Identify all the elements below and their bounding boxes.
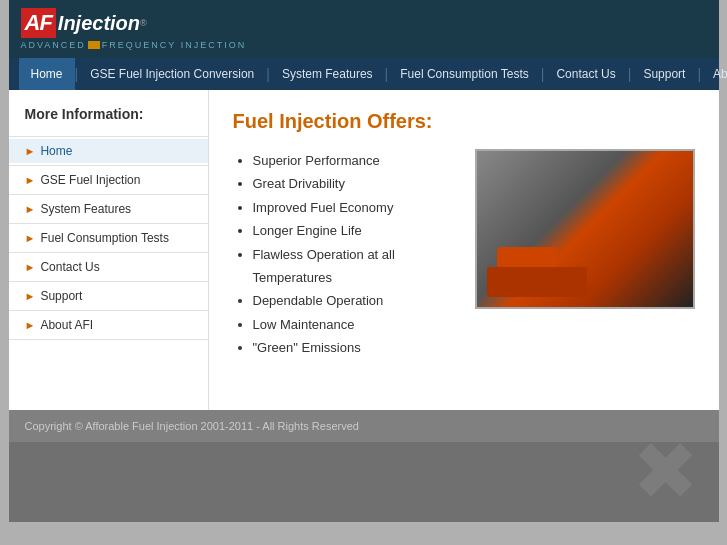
sidebar-divider-6 xyxy=(9,310,208,311)
logo-af: AF xyxy=(21,8,56,38)
sidebar-label-gse: GSE Fuel Injection xyxy=(40,173,140,187)
sidebar-divider-7 xyxy=(9,339,208,340)
logo-bar xyxy=(88,41,100,49)
sidebar-arrow-6: ► xyxy=(25,319,36,331)
logo-subtitle: ADVANCED FREQUENCY INJECTION xyxy=(21,40,247,50)
footer-swirl-icon: ✖ xyxy=(632,442,699,512)
sidebar-divider-0 xyxy=(9,136,208,137)
content-title: Fuel Injection Offers: xyxy=(233,110,695,133)
content-body: Superior PerformanceGreat DrivabilityImp… xyxy=(233,149,695,360)
sidebar-item-about[interactable]: ► About AFI xyxy=(9,313,208,337)
feature-item-0: Superior Performance xyxy=(253,149,455,172)
nav-system[interactable]: System Features xyxy=(270,58,385,90)
feature-item-1: Great Drivability xyxy=(253,172,455,195)
sidebar-arrow-0: ► xyxy=(25,145,36,157)
logo: AF Injection ® ADVANCED FREQUENCY INJECT… xyxy=(21,8,247,50)
nav-home[interactable]: Home xyxy=(19,58,75,90)
feature-list: Superior PerformanceGreat DrivabilityImp… xyxy=(233,149,455,360)
sidebar-label-contact: Contact Us xyxy=(40,260,99,274)
site-header: AF Injection ® ADVANCED FREQUENCY INJECT… xyxy=(9,0,719,58)
feature-item-2: Improved Fuel Economy xyxy=(253,196,455,219)
sidebar-item-system[interactable]: ► System Features xyxy=(9,197,208,221)
feature-item-7: "Green" Emissions xyxy=(253,336,455,359)
sidebar-label-support: Support xyxy=(40,289,82,303)
sidebar-arrow-4: ► xyxy=(25,261,36,273)
truck-image xyxy=(475,149,695,309)
sidebar-label-fuel: Fuel Consumption Tests xyxy=(40,231,169,245)
main-content: Fuel Injection Offers: Superior Performa… xyxy=(209,90,719,410)
sidebar: More Information: ► Home ► GSE Fuel Inje… xyxy=(9,90,209,410)
sidebar-item-fuel[interactable]: ► Fuel Consumption Tests xyxy=(9,226,208,250)
nav-contact[interactable]: Contact Us xyxy=(544,58,627,90)
feature-item-6: Low Maintenance xyxy=(253,313,455,336)
nav-support[interactable]: Support xyxy=(631,58,697,90)
sidebar-item-support[interactable]: ► Support xyxy=(9,284,208,308)
sidebar-item-contact[interactable]: ► Contact Us xyxy=(9,255,208,279)
sidebar-item-gse[interactable]: ► GSE Fuel Injection xyxy=(9,168,208,192)
sidebar-item-home[interactable]: ► Home xyxy=(9,139,208,163)
nav-gse[interactable]: GSE Fuel Injection Conversion xyxy=(78,58,266,90)
sidebar-title: More Information: xyxy=(9,106,208,134)
footer-copyright: Copyright © Afforable Fuel Injection 200… xyxy=(25,420,703,432)
main-nav: Home | GSE Fuel Injection Conversion | S… xyxy=(9,58,719,90)
feature-item-5: Dependable Operation xyxy=(253,289,455,312)
sidebar-arrow-3: ► xyxy=(25,232,36,244)
feature-item-4: Flawless Operation at all Temperatures xyxy=(253,243,455,290)
footer-bottom: ✖ xyxy=(9,442,719,522)
logo-reg: ® xyxy=(140,18,147,28)
sidebar-arrow-5: ► xyxy=(25,290,36,302)
sidebar-divider-5 xyxy=(9,281,208,282)
sidebar-arrow-2: ► xyxy=(25,203,36,215)
sidebar-label-about: About AFI xyxy=(40,318,93,332)
sidebar-divider-1 xyxy=(9,165,208,166)
truck-image-inner xyxy=(477,151,693,307)
logo-injection: Injection xyxy=(58,12,140,35)
nav-about[interactable]: About AFI xyxy=(701,58,727,90)
sidebar-divider-4 xyxy=(9,252,208,253)
footer: Copyright © Afforable Fuel Injection 200… xyxy=(9,410,719,442)
sidebar-divider-3 xyxy=(9,223,208,224)
sidebar-label-system: System Features xyxy=(40,202,131,216)
sidebar-label-home: Home xyxy=(40,144,72,158)
nav-fuel[interactable]: Fuel Consumption Tests xyxy=(388,58,541,90)
sidebar-divider-2 xyxy=(9,194,208,195)
sidebar-arrow-1: ► xyxy=(25,174,36,186)
content-area: More Information: ► Home ► GSE Fuel Inje… xyxy=(9,90,719,410)
feature-item-3: Longer Engine Life xyxy=(253,219,455,242)
